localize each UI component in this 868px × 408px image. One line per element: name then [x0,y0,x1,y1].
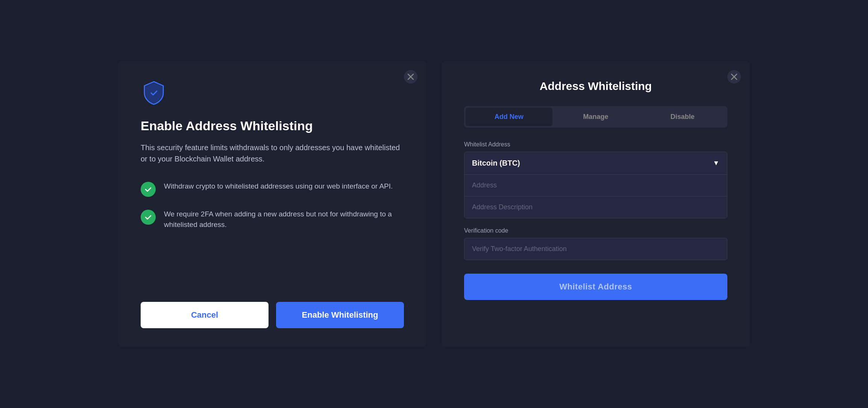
shield-icon-wrap [141,80,404,108]
shield-icon [141,80,167,106]
tab-bar: Add New Manage Disable [464,106,727,128]
page-container: Enable Address Whitelisting This securit… [0,0,868,408]
currency-dropdown-wrapper: Bitcoin (BTC) ▼ [464,152,727,218]
feature-list: Withdraw crypto to whitelisted addresses… [141,181,404,279]
verification-input[interactable] [464,238,727,260]
verification-group: Verification code [464,227,727,260]
feature-text-1: Withdraw crypto to whitelisted addresses… [164,181,393,192]
right-modal: Address Whitelisting Add New Manage Disa… [442,61,750,347]
left-modal-title: Enable Address Whitelisting [141,118,404,134]
right-modal-title: Address Whitelisting [464,80,727,93]
left-modal-description: This security feature limits withdrawals… [141,142,404,164]
tab-add-new[interactable]: Add New [466,108,552,126]
tab-disable[interactable]: Disable [639,108,726,126]
currency-dropdown[interactable]: Bitcoin (BTC) ▼ [464,152,727,174]
selected-currency: Bitcoin (BTC) [472,159,520,167]
feature-item-1: Withdraw crypto to whitelisted addresses… [141,181,404,197]
feature-text-2: We require 2FA when adding a new address… [164,209,404,230]
whitelist-address-label: Whitelist Address [464,141,727,148]
left-modal-buttons: Cancel Enable Whitelisting [141,302,404,328]
whitelist-address-group: Whitelist Address Bitcoin (BTC) ▼ [464,141,727,218]
feature-item-2: We require 2FA when adding a new address… [141,209,404,230]
address-input[interactable] [464,174,727,196]
chevron-down-icon: ▼ [713,159,719,167]
close-icon [407,73,414,80]
close-icon-right [731,73,737,80]
modals-wrapper: Enable Address Whitelisting This securit… [118,61,750,347]
left-modal-close-button[interactable] [404,70,417,84]
verification-label: Verification code [464,227,727,234]
right-modal-close-button[interactable] [727,70,741,84]
enable-whitelisting-button[interactable]: Enable Whitelisting [276,302,404,328]
address-description-input[interactable] [464,196,727,218]
check-icon-1 [141,182,156,197]
left-modal: Enable Address Whitelisting This securit… [118,61,426,347]
whitelist-address-button[interactable]: Whitelist Address [464,274,727,300]
tab-manage[interactable]: Manage [552,108,639,126]
cancel-button[interactable]: Cancel [141,302,269,328]
check-icon-2 [141,210,156,225]
